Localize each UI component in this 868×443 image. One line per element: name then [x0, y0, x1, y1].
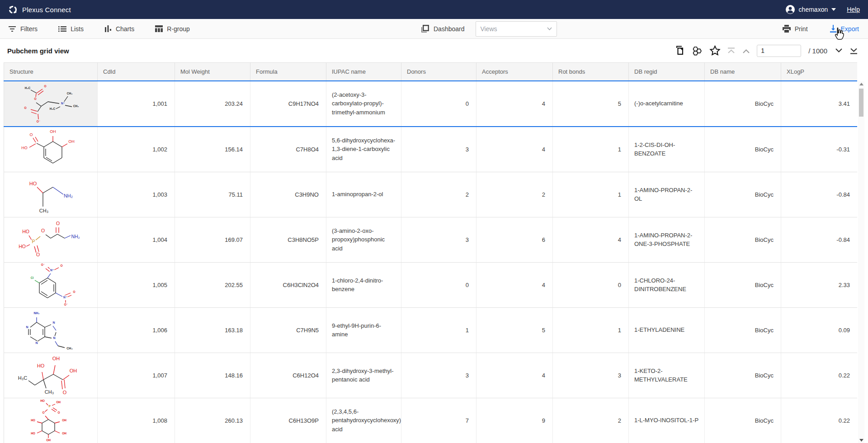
table-row[interactable]: OHOOHOH1,002156.14C7H8O45,6-dihydroxycyc… [4, 127, 858, 172]
table-row[interactable]: NH₂NNNNCH₃1,006163.18C7H9N59-ethyl-9H-pu… [4, 307, 858, 353]
cell-formula[interactable]: C6H12O4 [250, 353, 326, 398]
cell-rot-bonds[interactable]: 5 [553, 81, 629, 127]
column-header-acceptors[interactable]: Acceptors [476, 63, 553, 81]
cell-xlogp[interactable]: 0.09 [781, 307, 858, 353]
cell-iupac-name[interactable]: (2,3,4,5,6-pentahydroxycyclohexoxy) acid [326, 398, 401, 443]
cell-cdid[interactable]: 1,001 [98, 81, 175, 127]
cell-db-regid[interactable]: 1-AMINO-PROPAN-2-ONE-3-PHOSPHATE [629, 217, 705, 262]
structure-image[interactable]: ClN⁺O⁻ON⁺OO⁻ [10, 263, 91, 306]
filters-button[interactable]: Filters [8, 25, 38, 33]
cell-xlogp[interactable]: -0.31 [781, 127, 858, 172]
cell-donors[interactable]: 1 [401, 307, 476, 353]
scrollbar-thumb[interactable] [859, 89, 863, 117]
cell-mol-weight[interactable]: 260.13 [175, 398, 250, 443]
table-row[interactable]: OHHOOHOH₃CCH₃1,007148.16C6H12O42,3-dihyd… [4, 353, 858, 398]
cell-rot-bonds[interactable]: 3 [553, 353, 629, 398]
cell-mol-weight[interactable]: 169.07 [175, 217, 250, 262]
cell-xlogp[interactable]: 3.41 [781, 81, 858, 127]
scroll-up-icon[interactable] [858, 81, 864, 87]
cell-structure[interactable]: HOHOOOONH₂P [4, 217, 98, 262]
column-header-mol-weight[interactable]: Mol Weight [175, 63, 250, 81]
structure-image[interactable]: HONH₂CH₃ [10, 172, 91, 216]
cell-rot-bonds[interactable]: 0 [553, 262, 629, 307]
structure-image[interactable]: H₃COOOO⁻N⁺CH₃CH₃H₃C [10, 81, 91, 125]
cell-acceptors[interactable]: 4 [476, 127, 553, 172]
cell-db-regid[interactable]: 1-AMINO-PROPAN-2-OL [629, 172, 705, 217]
cell-acceptors[interactable]: 4 [476, 262, 553, 307]
table-row[interactable]: HOHOOOONH₂P1,004169.07C3H8NO5P(3-amino-2… [4, 217, 858, 262]
cell-mol-weight[interactable]: 163.18 [175, 307, 250, 353]
copy-icon[interactable] [675, 46, 684, 56]
cell-acceptors[interactable]: 2 [476, 172, 553, 217]
cell-mol-weight[interactable]: 75.11 [175, 172, 250, 217]
prev-row-icon[interactable] [742, 48, 750, 53]
cell-structure[interactable]: OHOOHOH [4, 127, 98, 172]
cell-mol-weight[interactable]: 148.16 [175, 353, 250, 398]
charts-button[interactable]: Charts [104, 25, 134, 33]
cell-xlogp[interactable]: 0.22 [781, 398, 858, 443]
cell-donors[interactable]: 2 [401, 172, 476, 217]
column-header-structure[interactable]: Structure [4, 63, 98, 81]
cell-db-name[interactable]: BioCyc [705, 262, 781, 307]
molecule-hexagons-icon[interactable] [691, 45, 703, 57]
cell-donors[interactable]: 3 [401, 217, 476, 262]
next-row-icon[interactable] [835, 48, 843, 53]
last-row-icon[interactable] [849, 47, 858, 54]
cell-xlogp[interactable]: -0.84 [781, 172, 858, 217]
cell-cdid[interactable]: 1,004 [98, 217, 175, 262]
cell-mol-weight[interactable]: 202.55 [175, 262, 250, 307]
cell-db-regid[interactable]: 1-ETHYLADENINE [629, 307, 705, 353]
table-row[interactable]: HOHOOHOHOHOPHOOHO1,008260.13C6H13O9P(2,3… [4, 398, 858, 443]
cell-rot-bonds[interactable]: 1 [553, 172, 629, 217]
cell-iupac-name[interactable]: 1-aminopropan-2-ol [326, 172, 401, 217]
cell-structure[interactable]: H₃COOOO⁻N⁺CH₃CH₃H₃C [4, 81, 98, 127]
table-row[interactable]: HONH₂CH₃1,00375.11C3H9NO1-aminopropan-2-… [4, 172, 858, 217]
table-row[interactable]: H₃COOOO⁻N⁺CH₃CH₃H₃C1,001203.24C9H17NO4(2… [4, 81, 858, 127]
cell-donors[interactable]: 7 [401, 398, 476, 443]
cell-db-name[interactable]: BioCyc [705, 307, 781, 353]
cell-db-regid[interactable]: 1-2-CIS-DI-OH-BENZOATE [629, 127, 705, 172]
cell-cdid[interactable]: 1,007 [98, 353, 175, 398]
cell-structure[interactable]: NH₂NNNNCH₃ [4, 307, 98, 353]
cell-acceptors[interactable]: 5 [476, 307, 553, 353]
column-header-iupac-name[interactable]: IUPAC name [326, 63, 401, 81]
cell-iupac-name[interactable]: 5,6-dihydroxycyclohexa-1,3-diene-1-carbo… [326, 127, 401, 172]
cell-acceptors[interactable]: 6 [476, 217, 553, 262]
column-header-db-name[interactable]: DB name [705, 63, 781, 81]
cell-db-name[interactable]: BioCyc [705, 353, 781, 398]
cell-db-name[interactable]: BioCyc [705, 217, 781, 262]
cell-mol-weight[interactable]: 156.14 [175, 127, 250, 172]
cell-cdid[interactable]: 1,006 [98, 307, 175, 353]
cell-formula[interactable]: C3H9NO [250, 172, 326, 217]
cell-xlogp[interactable]: -0.84 [781, 217, 858, 262]
cell-db-name[interactable]: BioCyc [705, 127, 781, 172]
export-button[interactable]: Export [830, 25, 859, 33]
cell-db-regid[interactable]: 1-CHLORO-24-DINITROBENZENE [629, 262, 705, 307]
cell-acceptors[interactable]: 4 [476, 353, 553, 398]
user-menu[interactable]: chemaxon [785, 5, 836, 14]
cell-db-regid[interactable]: (-)o-acetylcarnitine [629, 81, 705, 127]
print-button[interactable]: Print [783, 25, 808, 33]
cell-xlogp[interactable]: 2.33 [781, 262, 858, 307]
cell-formula[interactable]: C3H8NO5P [250, 217, 326, 262]
cell-xlogp[interactable]: 0.22 [781, 353, 858, 398]
cell-donors[interactable]: 0 [401, 81, 476, 127]
cell-structure[interactable]: HOHOOHOHOHOPHOOHO [4, 398, 98, 443]
column-header-rot-bonds[interactable]: Rot bonds [553, 63, 629, 81]
help-link[interactable]: Help [847, 6, 860, 13]
cell-donors[interactable]: 3 [401, 127, 476, 172]
cell-cdid[interactable]: 1,005 [98, 262, 175, 307]
cell-structure[interactable]: HONH₂CH₃ [4, 172, 98, 217]
column-header-db-regid[interactable]: DB regid [629, 63, 705, 81]
cell-donors[interactable]: 3 [401, 353, 476, 398]
cell-cdid[interactable]: 1,003 [98, 172, 175, 217]
cell-db-name[interactable]: BioCyc [705, 81, 781, 127]
vertical-scrollbar[interactable] [858, 81, 864, 443]
structure-image[interactable]: HOHOOHOHOHOPHOOHO [10, 398, 91, 442]
cell-iupac-name[interactable]: 9-ethyl-9H-purin-6-amine [326, 307, 401, 353]
cell-structure[interactable]: OHHOOHOH₃CCH₃ [4, 353, 98, 398]
cell-formula[interactable]: C6H13O9P [250, 398, 326, 443]
lists-button[interactable]: Lists [58, 25, 84, 33]
structure-image[interactable]: HOHOOOONH₂P [10, 217, 91, 261]
column-header-cdid[interactable]: CdId [98, 63, 175, 81]
